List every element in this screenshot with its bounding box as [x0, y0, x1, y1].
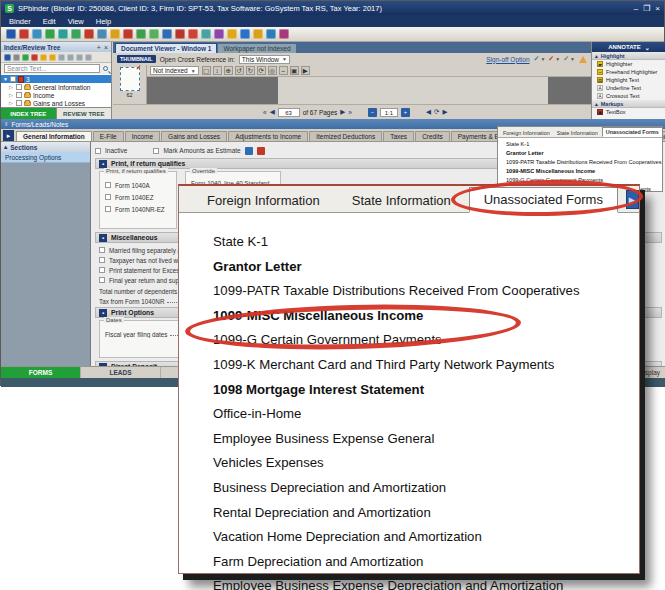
lock-icon[interactable] [227, 29, 237, 39]
binder-properties-icon[interactable] [19, 29, 29, 39]
callout-tab[interactable]: State Information [338, 189, 465, 212]
tree-checkbox[interactable] [16, 84, 22, 90]
zoom-in-button[interactable]: + [401, 108, 410, 117]
form-category-tab[interactable]: General Information [16, 131, 92, 141]
add-document-icon[interactable] [149, 29, 159, 39]
last-page-button[interactable]: » [348, 109, 352, 116]
annotate-section-markups[interactable]: ▴ Markups [592, 100, 665, 108]
add-item-icon[interactable] [4, 54, 11, 61]
expand-all-icon[interactable] [13, 54, 20, 61]
tools-icon[interactable] [279, 29, 289, 39]
insert-file-icon[interactable] [162, 29, 172, 39]
help-icon[interactable] [266, 29, 276, 39]
annotate-tool-item[interactable]: A Crossout Text [592, 92, 665, 100]
tab-leads[interactable]: LEADS [81, 367, 161, 378]
first-page-button[interactable]: « [263, 109, 267, 116]
paste-folder-icon[interactable] [49, 54, 56, 61]
move-up-icon[interactable] [76, 54, 83, 61]
form-category-tab[interactable]: Income [125, 131, 160, 141]
popup-tab[interactable]: State Information [554, 129, 601, 137]
info-icon[interactable] [240, 29, 250, 39]
crosshair-icon[interactable]: ◎ [268, 66, 277, 75]
zoom-tool-icon[interactable]: ⊕ [224, 66, 233, 75]
previous-page-button[interactable]: ◀ [270, 108, 275, 116]
cut-icon[interactable] [31, 54, 38, 61]
zoom-out-button[interactable]: − [368, 108, 377, 117]
refresh-binder-icon[interactable] [32, 29, 42, 39]
display-button[interactable]: Display [639, 369, 665, 376]
signoff-user-icon[interactable] [253, 29, 263, 39]
menu-item[interactable]: View [68, 17, 84, 26]
callout-form-item[interactable]: Grantor Letter [213, 255, 639, 280]
index-filter-select[interactable]: Not indexed ▼ [150, 66, 199, 75]
popup-form-item[interactable]: 1099-MISC Miscellaneous Income [506, 167, 662, 176]
next-page-button[interactable]: ▶ [340, 108, 345, 116]
form-category-tab[interactable]: Gains and Losses [161, 131, 227, 141]
sync-icon[interactable] [58, 29, 68, 39]
annotate-header[interactable]: ANNOTATE ⌄ [592, 42, 665, 52]
callout-tab[interactable]: Foreign Information [193, 189, 334, 212]
menu-item[interactable]: Edit [43, 17, 56, 26]
misc-checkbox[interactable] [99, 277, 105, 283]
move-down-icon[interactable] [85, 54, 92, 61]
link-icon[interactable] [201, 29, 211, 39]
popup-tab[interactable]: Foreign Information [500, 129, 553, 137]
tab-document-viewer[interactable]: Document Viewer - Window 1 [115, 43, 217, 53]
promote-icon[interactable] [58, 54, 65, 61]
collapse-section-icon[interactable]: ▪ [99, 309, 107, 317]
annotate-tool-item[interactable]: ▤ Highlight Text [592, 76, 665, 84]
signoff-level-3-icon[interactable]: ✓ ▼ [563, 55, 575, 63]
signoff-level-1-icon[interactable]: ✓ ▼ [534, 55, 546, 63]
form-option-checkbox[interactable] [105, 206, 111, 212]
callout-tab[interactable]: Unassociated Forms [469, 187, 618, 213]
stamp-icon[interactable] [188, 29, 198, 39]
user-icon[interactable] [110, 29, 120, 39]
tree-item-row[interactable]: ▷ Income [1, 91, 111, 99]
document-canvas[interactable] [147, 77, 591, 104]
thumbnail-button[interactable]: THUMBNAIL [117, 55, 156, 63]
expand-arrow-icon[interactable]: ▷ [9, 84, 14, 90]
fit-page-icon[interactable]: ▣ [290, 66, 299, 75]
signoff-level-2-icon[interactable]: ✓ ▼ [548, 55, 560, 63]
next-annotation-icon[interactable]: ▶ [301, 66, 310, 75]
restore-button[interactable]: ❐ [643, 4, 650, 13]
callout-form-item[interactable]: Rental Depreciation and Amortization [213, 501, 639, 526]
tab-scroll-icon[interactable]: ▸ [3, 130, 14, 141]
expand-arrow-icon[interactable]: ▷ [9, 92, 14, 98]
demote-icon[interactable] [67, 54, 74, 61]
page-number-input[interactable]: 63 [278, 108, 300, 117]
annotate-tool-item[interactable]: A Underline Text [592, 84, 665, 92]
tree-item-row[interactable]: ▷ Gains and Losses [1, 99, 111, 107]
tab-index-tree[interactable]: INDEX TREE [1, 107, 56, 119]
close-button[interactable]: × [655, 4, 660, 13]
form-option-checkbox[interactable] [105, 182, 111, 188]
callout-form-item[interactable]: State K-1 [213, 230, 639, 255]
callout-form-item[interactable]: Business Depreciation and Amortization [213, 476, 639, 501]
estimate-off-icon[interactable] [257, 147, 265, 155]
minimize-button[interactable]: – [634, 4, 638, 13]
callout-form-item[interactable]: Vacation Home Depreciation and Amortizat… [213, 525, 639, 550]
misc-checkbox[interactable] [99, 247, 105, 253]
callout-form-item[interactable]: Vehicles Expenses [213, 451, 639, 476]
menu-item[interactable]: Help [96, 17, 111, 26]
form-category-tab[interactable]: Taxes [383, 131, 414, 141]
sections-header[interactable]: ▴ Sections [1, 142, 90, 152]
signoff-option-link[interactable]: Sign-off Option [486, 56, 529, 63]
form-category-tab[interactable]: Credits [415, 131, 450, 141]
annotate-tool-item[interactable]: ▰ Highlighter [592, 60, 665, 68]
rotate-right-icon[interactable]: ↻ [246, 66, 255, 75]
popup-form-item[interactable]: Grantor Letter [506, 149, 662, 158]
inactive-checkbox[interactable] [95, 148, 101, 154]
tree-checkbox[interactable] [10, 76, 16, 82]
popup-tab[interactable]: Unassociated Forms [602, 127, 663, 137]
callout-form-item[interactable]: Employee Business Expense Depreciation a… [213, 574, 639, 590]
fit-width-icon[interactable]: ⇔ [279, 66, 288, 75]
search-icon[interactable] [103, 66, 108, 71]
refresh-view-button[interactable]: ⟳ [434, 108, 439, 116]
search-input[interactable]: Search Text... [4, 64, 100, 73]
callout-form-item[interactable]: 1099-MISC Miscellaneous Income [213, 304, 639, 329]
popup-form-item[interactable]: State K-1 [506, 140, 662, 149]
page-thumbnail[interactable] [120, 67, 140, 91]
callout-form-item[interactable]: Employee Business Expense General [213, 427, 639, 452]
tab-overflow-arrow-icon[interactable]: ▶ [626, 190, 639, 209]
